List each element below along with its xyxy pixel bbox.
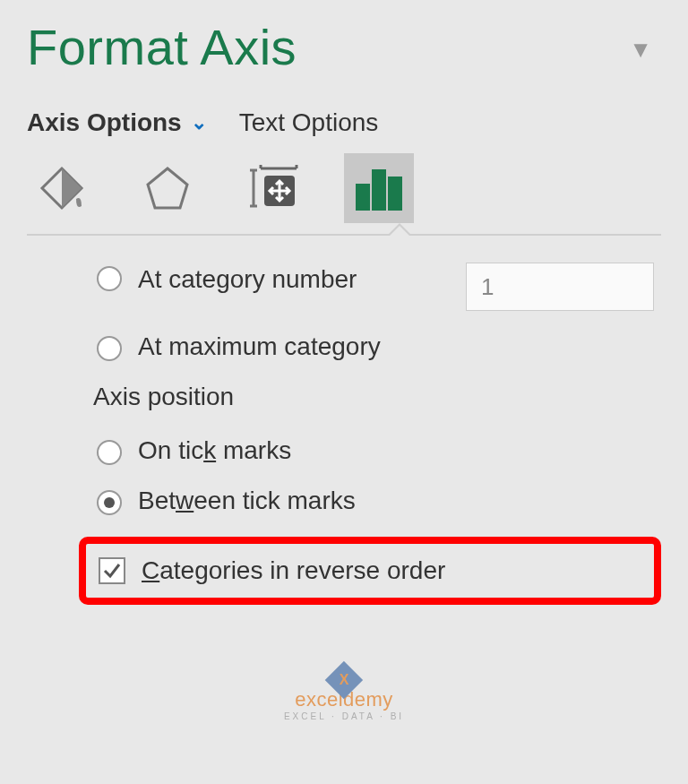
row-between-tick-marks: Between tick marks [97,487,661,515]
axis-position-heading: Axis position [93,383,661,411]
svg-rect-10 [356,184,370,211]
panel-options-dropdown[interactable]: ▼ [629,36,652,64]
radio-between-tick-marks[interactable] [97,490,122,515]
options-tabs: Axis Options ⌄ Text Options [27,108,661,137]
input-category-number[interactable] [466,263,654,311]
panel-header: Format Axis ▼ [27,18,661,76]
pointer-up-icon [387,223,412,236]
row-on-tick-marks: On tick marks [97,436,661,465]
axis-options-group: At category number At maximum category A… [27,263,661,605]
panel-title: Format Axis [27,18,297,76]
row-at-category-number: At category number [97,263,661,311]
svg-marker-0 [148,168,187,208]
effects-icon[interactable] [133,153,202,223]
label-on-tick-marks: On tick marks [138,436,291,465]
axis-options-icon[interactable] [344,153,414,223]
label-at-maximum-category: At maximum category [138,332,381,361]
fill-line-icon[interactable] [27,153,97,223]
label-categories-reverse: Categories in reverse order [142,556,445,585]
radio-on-tick-marks[interactable] [97,440,122,465]
tab-text-options[interactable]: Text Options [239,108,379,137]
size-properties-icon[interactable] [238,153,308,223]
watermark-name: exceldemy [295,688,393,711]
tab-axis-options[interactable]: Axis Options ⌄ [27,108,207,137]
watermark-sub: EXCEL · DATA · BI [284,711,404,721]
watermark-badge-icon: X [325,661,363,699]
format-axis-panel: Format Axis ▼ Axis Options ⌄ Text Option… [0,0,688,632]
svg-rect-11 [372,169,386,211]
tab-label: Text Options [239,108,379,137]
row-at-maximum-category: At maximum category [97,332,661,361]
chevron-down-icon: ⌄ [191,111,207,134]
watermark: X exceldemy EXCEL · DATA · BI [284,667,404,721]
svg-rect-12 [388,177,402,211]
radio-at-category-number[interactable] [97,266,122,291]
section-icon-row [27,153,661,223]
label-at-category-number: At category number [138,263,357,297]
label-between-tick-marks: Between tick marks [138,487,356,515]
checkbox-categories-reverse[interactable] [99,557,125,584]
row-categories-reverse: Categories in reverse order [79,537,661,605]
tab-label: Axis Options [27,108,182,137]
section-divider [27,234,661,236]
radio-at-maximum-category[interactable] [97,336,122,361]
check-icon [102,561,122,581]
